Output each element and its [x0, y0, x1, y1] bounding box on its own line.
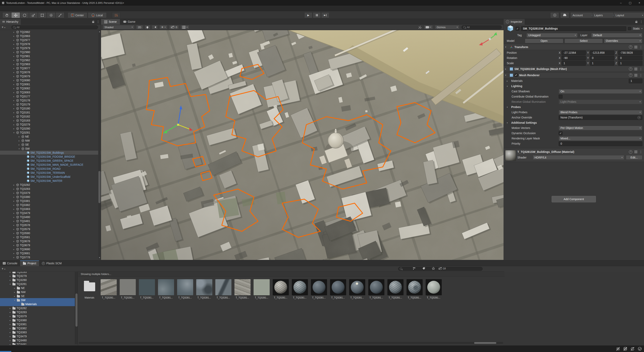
kebab-menu-icon[interactable]: ⋮ — [639, 67, 642, 71]
object-name-field[interactable]: SM_TQ3281SW_Buildings — [521, 26, 626, 31]
hierarchy-item[interactable]: ▸TQ2982 — [0, 58, 101, 62]
rotate-tool-button[interactable] — [20, 12, 29, 18]
foldout-icon[interactable]: ▸ — [507, 80, 510, 82]
kebab-menu-icon[interactable]: ⋮ — [639, 150, 642, 154]
shader-edit-button[interactable]: Edit... — [626, 155, 642, 160]
tab-game[interactable]: Game — [120, 19, 139, 24]
hierarchy-item[interactable]: SM_TQ3281SW_WATER — [0, 179, 101, 183]
help-icon[interactable]: ? — [629, 73, 632, 77]
active-checkbox[interactable]: ✓ — [516, 27, 520, 30]
rotation-x-field[interactable]: -90 — [562, 56, 586, 60]
hierarchy-item[interactable]: SM_TQ3281SW_FOOSM_BRIDGE — [0, 155, 101, 159]
hierarchy-item[interactable]: ▸TQ2983 — [0, 62, 101, 66]
preset-icon[interactable] — [634, 68, 637, 70]
scroll-up-icon[interactable]: ▲ — [98, 30, 100, 32]
static-checkbox[interactable] — [628, 27, 631, 30]
project-folder-item[interactable]: ▸TQ3379 — [0, 314, 75, 318]
asset-thumbnail[interactable]: T_TQ3281... — [156, 279, 176, 299]
hierarchy-item[interactable]: ▸TQ2980 — [0, 50, 101, 54]
foldout-icon[interactable]: ▾ — [507, 106, 510, 108]
layer-dropdown[interactable]: Default▾ — [591, 33, 642, 38]
preset-icon[interactable] — [634, 151, 637, 153]
hierarchy-item[interactable]: ▸TQ3480 — [0, 215, 101, 219]
hierarchy-item[interactable]: ▸TQ3183 — [0, 118, 101, 122]
hierarchy-item[interactable]: ▸TQ2979 — [0, 46, 101, 50]
hierarchy-scrollbar[interactable] — [98, 30, 100, 259]
project-folder-item[interactable]: ▸TQ3183 — [0, 272, 75, 274]
hierarchy-item[interactable]: SM_TQ3281SW_GREEN_SPACE — [0, 159, 101, 163]
scroll-down-icon[interactable]: ▼ — [98, 257, 100, 259]
refresh-disabled-icon[interactable] — [630, 347, 635, 351]
hierarchy-item[interactable]: ▸TQ3383 — [0, 207, 101, 211]
asset-thumbnail[interactable]: T_TQ3281... — [194, 279, 214, 299]
project-folder-item[interactable]: ▾SW — [0, 298, 75, 302]
kebab-menu-icon[interactable]: ⋮ — [639, 45, 642, 49]
scene-grid-dropdown[interactable]: ▾ — [180, 25, 190, 29]
hierarchy-item[interactable]: ▸TQ2883 — [0, 34, 101, 38]
hierarchy-item[interactable]: ▸TQ2882 — [0, 30, 101, 34]
project-folder-item[interactable]: ▸NE — [0, 286, 75, 290]
hierarchy-item[interactable]: ▸SE — [0, 143, 101, 147]
hierarchy-item[interactable]: ▸NE — [0, 135, 101, 139]
hierarchy-item[interactable]: ▸TQ3283 — [0, 187, 101, 191]
help-icon[interactable]: ? — [629, 67, 632, 71]
mesh-filter-header[interactable]: ▸ SM_TQ3281SW_Buildings (Mesh Filter) ?⋮ — [504, 66, 644, 72]
model-overrides-dropdown[interactable]: Overrides▾ — [604, 39, 642, 43]
asset-thumbnail[interactable]: T_TQ3281... — [252, 279, 271, 299]
motion-vectors-dropdown[interactable]: Per Object Motion▾ — [559, 126, 642, 130]
hierarchy-item[interactable]: ▸TQ3479 — [0, 211, 101, 215]
position-y-field[interactable]: -1213.858 — [590, 50, 614, 55]
project-folder-item[interactable]: ▸SE — [0, 294, 75, 298]
hierarchy-item[interactable]: ▸TQ3379 — [0, 191, 101, 195]
project-folder-item[interactable]: ▸TQ3480 — [0, 338, 75, 342]
asset-thumbnail[interactable]: T_TQ3281... — [405, 279, 424, 299]
foldout-icon[interactable]: ▾ — [507, 122, 510, 124]
dynamic-occlusion-checkbox[interactable]: ✓ — [559, 131, 562, 135]
hierarchy-item[interactable]: ▸TQ3082 — [0, 86, 101, 90]
hierarchy-item[interactable]: ▾TQ3281 — [0, 131, 101, 135]
scene-tools-icon[interactable] — [418, 25, 422, 29]
hierarchy-item[interactable]: ▸NW — [0, 139, 101, 143]
hierarchy-item[interactable]: ▸TQ3681 — [0, 251, 101, 255]
scale-y-field[interactable]: 1 — [590, 61, 614, 65]
kebab-menu-icon[interactable]: ⋮ — [639, 73, 642, 77]
scene-search-input[interactable]: All — [462, 25, 502, 29]
position-x-field[interactable]: -27.11564 — [562, 50, 586, 55]
anchor-override-field[interactable]: None (Transform) — [559, 115, 642, 120]
foldout-icon[interactable]: ▾ — [505, 46, 508, 48]
tag-dropdown[interactable]: Untagged▾ — [526, 33, 578, 38]
mesh-renderer-header[interactable]: ▾ ✓ Mesh Renderer ?⋮ — [504, 72, 644, 78]
preset-icon[interactable] — [634, 74, 637, 76]
close-button[interactable]: × — [635, 0, 644, 6]
asset-thumbnail[interactable]: T_TQ3281... — [309, 279, 328, 299]
hierarchy-search-input[interactable]: All — [11, 25, 98, 29]
shader-dropdown[interactable]: HDRP/Lit▾ — [533, 155, 624, 160]
tab-scene[interactable]: Scene — [101, 19, 120, 24]
cloud-button[interactable] — [560, 12, 569, 18]
hierarchy-item[interactable]: ▸TQ3381 — [0, 199, 101, 203]
preset-icon[interactable] — [634, 46, 637, 48]
scale-z-field[interactable]: 1 — [618, 61, 642, 65]
hierarchy-item[interactable]: ▸TQ3579 — [0, 227, 101, 231]
asset-folder-thumbnail[interactable]: Materials — [80, 279, 99, 299]
asset-thumbnail[interactable]: T_TQ3281... — [99, 279, 118, 299]
project-folder-item[interactable]: ▸TQ3383 — [0, 330, 75, 334]
layout-dropdown[interactable]: Layout▾ — [614, 12, 644, 18]
project-folder-item[interactable]: ▸TQ3279 — [0, 274, 75, 278]
lock-icon[interactable] — [92, 21, 94, 23]
hierarchy-item[interactable]: ▸TQ3282 — [0, 183, 101, 187]
model-select-button[interactable]: Select — [564, 39, 603, 43]
light-probes-dropdown[interactable]: Blend Probes▾ — [559, 110, 642, 115]
hierarchy-item[interactable]: ▸TQ3083 — [0, 90, 101, 94]
hierarchy-item[interactable]: ▸TQ3179 — [0, 102, 101, 106]
foldout-icon[interactable]: ▾ — [505, 74, 508, 76]
debugger-disabled-icon[interactable] — [616, 347, 620, 351]
project-folder-item[interactable]: ▸TQ3380 — [0, 318, 75, 322]
material-header[interactable]: T_TQ3281SW_Buildings_Diffuse (Material) … — [504, 148, 644, 162]
hierarchy-item[interactable]: ▸TQ3382 — [0, 203, 101, 207]
hierarchy-item[interactable]: ▸TQ3079 — [0, 74, 101, 78]
hierarchy-item[interactable]: ▸TQ3182 — [0, 114, 101, 118]
hand-tool-button[interactable] — [2, 12, 11, 18]
status-ok-icon[interactable] — [638, 347, 642, 351]
hierarchy-item[interactable]: ▸TQ3178 — [0, 98, 101, 102]
